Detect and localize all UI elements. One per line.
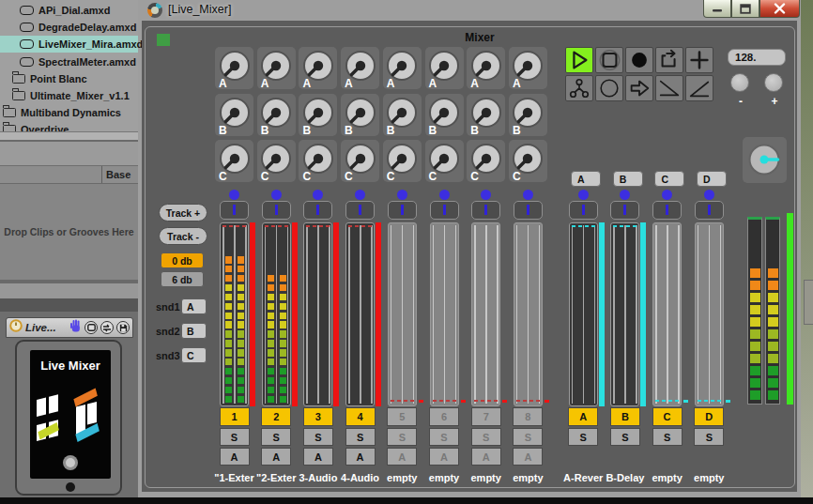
track-select-button[interactable]: 7 <box>471 407 501 426</box>
pan-control[interactable] <box>569 201 598 220</box>
send-knob-B7[interactable]: B <box>467 94 505 136</box>
solo-button[interactable]: S <box>652 428 683 446</box>
send-knob-B4[interactable]: B <box>341 94 379 136</box>
track-select-button[interactable]: 1 <box>220 407 250 426</box>
send-knob-A5[interactable]: A <box>383 47 422 89</box>
minimize-button[interactable] <box>703 0 731 18</box>
volume-fader[interactable] <box>640 222 646 406</box>
db0-button[interactable]: 0 db <box>161 252 204 268</box>
tempo-decrement-button[interactable] <box>730 73 749 92</box>
send-knob-C4[interactable]: C <box>341 140 379 182</box>
arm-button[interactable]: A <box>261 448 291 466</box>
tempo-increment-button[interactable] <box>764 73 783 92</box>
send-knob-A2[interactable]: A <box>257 47 296 89</box>
volume-fader[interactable] <box>292 222 298 406</box>
close-button[interactable] <box>759 0 800 18</box>
track-minus-button[interactable]: Track - <box>159 227 207 245</box>
pan-control[interactable] <box>610 201 639 220</box>
transport-add-button[interactable] <box>685 47 713 73</box>
send-knob-A3[interactable]: A <box>299 47 337 89</box>
master-fader[interactable] <box>787 213 793 405</box>
browser-item[interactable]: Ultimate_Mixer_v1.1 <box>0 87 138 104</box>
browser-item[interactable]: Multiband Dynamics <box>0 104 138 121</box>
solo-button[interactable]: S <box>345 428 376 446</box>
pan-control[interactable] <box>471 201 500 220</box>
solo-button[interactable]: S <box>513 428 543 446</box>
pan-control[interactable] <box>388 201 417 220</box>
track-plus-button[interactable]: Track + <box>159 204 207 221</box>
send-knob-B1[interactable]: B <box>215 94 253 136</box>
pan-control[interactable] <box>695 201 724 220</box>
send-knob-C5[interactable]: C <box>383 140 422 182</box>
pan-control[interactable] <box>430 201 459 220</box>
transport-stop-button[interactable] <box>595 47 623 73</box>
solo-button[interactable]: S <box>220 428 250 446</box>
window-title-bar[interactable]: [Live_Mixer] <box>138 0 801 21</box>
channel-meter[interactable] <box>471 222 500 406</box>
browser-item[interactable]: Point Blanc <box>0 70 138 87</box>
browser-item[interactable]: SpectralMeter.amxd <box>0 53 138 70</box>
return-selector-C[interactable]: C <box>654 171 684 187</box>
send-knob-C3[interactable]: C <box>299 140 337 182</box>
solo-button[interactable]: S <box>387 428 417 446</box>
solo-button[interactable]: S <box>471 428 501 446</box>
volume-fader[interactable] <box>545 400 549 403</box>
pan-control[interactable] <box>652 201 682 220</box>
pan-control[interactable] <box>262 201 291 220</box>
tempo-number-box[interactable]: 128. <box>728 49 786 66</box>
device-hotswap-button[interactable] <box>100 321 114 334</box>
channel-meter[interactable] <box>220 222 249 406</box>
browser-item[interactable]: APi_Dial.amxd <box>0 2 138 19</box>
track-select-button[interactable]: 8 <box>513 407 543 426</box>
track-select-button[interactable]: C <box>652 407 683 426</box>
track-select-button[interactable]: A <box>568 407 598 426</box>
volume-fader[interactable] <box>419 400 423 403</box>
arm-button[interactable]: A <box>387 448 417 466</box>
channel-meter[interactable] <box>303 222 332 406</box>
transport-record-button[interactable] <box>625 47 653 73</box>
device-title-bar[interactable]: Live... <box>6 317 133 338</box>
pan-control[interactable] <box>220 201 249 220</box>
send-knob-A1[interactable]: A <box>215 47 253 89</box>
arm-button[interactable]: A <box>471 448 501 466</box>
send1-button[interactable]: A <box>181 298 207 314</box>
master-tempo-knob[interactable] <box>743 137 787 183</box>
transport-play-button[interactable] <box>565 47 593 73</box>
channel-meter[interactable] <box>569 222 598 406</box>
channel-meter[interactable] <box>430 222 459 406</box>
track-select-button[interactable]: D <box>694 407 724 426</box>
pan-control[interactable] <box>345 201 375 220</box>
volume-fader[interactable] <box>502 400 507 403</box>
transport-loop-button[interactable] <box>655 47 683 73</box>
send-knob-A6[interactable]: A <box>425 47 464 89</box>
volume-fader[interactable] <box>376 222 381 406</box>
send-knob-A8[interactable]: A <box>509 47 547 89</box>
solo-button[interactable]: S <box>568 428 598 446</box>
send-knob-A4[interactable]: A <box>341 47 379 89</box>
track-select-button[interactable]: B <box>610 407 640 426</box>
solo-button[interactable]: S <box>261 428 291 446</box>
solo-button[interactable]: S <box>303 428 333 446</box>
transport-arrow-right-button[interactable] <box>625 75 653 101</box>
return-selector-B[interactable]: B <box>613 171 643 187</box>
send-knob-C2[interactable]: C <box>257 140 296 182</box>
pan-control[interactable] <box>303 201 332 220</box>
device-save-button[interactable] <box>116 321 130 334</box>
db6-button[interactable]: 6 db <box>161 271 204 287</box>
send-knob-C8[interactable]: C <box>509 140 547 182</box>
clip-drop-zone[interactable]: Drop Clips or Grooves Here <box>0 184 138 280</box>
return-selector-D[interactable]: D <box>697 171 727 187</box>
transport-nodes-button[interactable] <box>565 75 593 101</box>
arm-button[interactable]: A <box>345 448 376 466</box>
transport-ramp-up-button[interactable] <box>685 75 713 101</box>
volume-fader[interactable] <box>599 222 605 406</box>
send-knob-B5[interactable]: B <box>383 94 422 136</box>
channel-meter[interactable] <box>610 222 639 406</box>
send-knob-B3[interactable]: B <box>299 94 337 136</box>
send3-button[interactable]: C <box>181 347 207 363</box>
track-select-button[interactable]: 5 <box>387 407 417 426</box>
send2-button[interactable]: B <box>181 323 207 339</box>
send-knob-B6[interactable]: B <box>425 94 464 136</box>
channel-meter[interactable] <box>652 222 682 406</box>
arm-button[interactable]: A <box>220 448 250 466</box>
